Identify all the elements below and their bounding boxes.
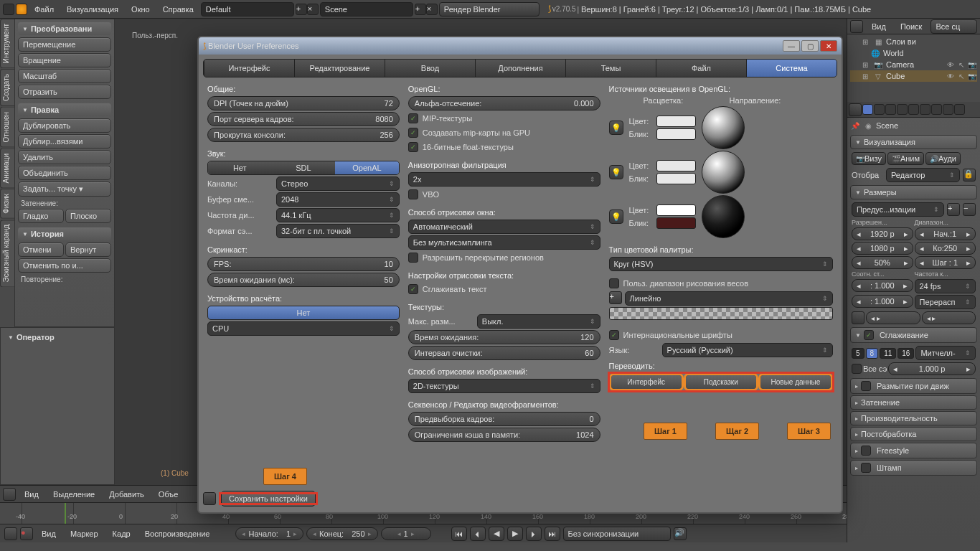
- shading-section[interactable]: Затенение: [850, 395, 977, 410]
- light3-toggle[interactable]: 💡: [609, 209, 623, 224]
- region-overlap-checkbox[interactable]: Разрешить перекрытие регионов: [408, 251, 600, 264]
- add-scene-icon[interactable]: +: [415, 4, 426, 15]
- frame-step-field[interactable]: ◂ Шаг : 1 ▸: [915, 256, 976, 269]
- border-field[interactable]: ◂ ▸: [866, 311, 920, 324]
- ol-row-camera[interactable]: ⊞📷Camera👁↖📷: [850, 59, 977, 70]
- scene-selector[interactable]: Scene: [320, 2, 413, 17]
- frame-start-field[interactable]: ◂ Нач.:1 ▸: [915, 227, 976, 240]
- res-x-field[interactable]: ◂ 1920 р ▸: [852, 227, 913, 240]
- add-layout-icon[interactable]: +: [296, 4, 307, 15]
- light3-color-swatch[interactable]: [656, 204, 696, 216]
- post-section[interactable]: Постобработка: [850, 427, 977, 441]
- translate-interface-button[interactable]: Интерфейс: [611, 375, 682, 390]
- remap-dropdown[interactable]: Перерасп: [915, 295, 976, 309]
- vtab-physics[interactable]: Физик: [0, 189, 14, 219]
- samples-5[interactable]: 5: [852, 348, 864, 359]
- light1-toggle[interactable]: 💡: [609, 121, 623, 135]
- save-settings-button[interactable]: Сохранить настройки: [221, 491, 316, 507]
- frame-end-field[interactable]: ◂ Ко:250 ▸: [915, 242, 976, 255]
- sound-none[interactable]: Нет: [208, 161, 272, 174]
- gpu-mipmap-checkbox[interactable]: ✓Создавать mip-карты на GPU: [408, 126, 600, 139]
- ol-row-renderlayers[interactable]: ⊞▦Слои ви: [850, 36, 977, 47]
- lock-icon[interactable]: 🔒: [963, 169, 976, 182]
- translate-newdata-button[interactable]: Новые данные: [760, 375, 831, 390]
- audio-button[interactable]: 🔊Ауди: [925, 152, 961, 165]
- aspect-x-field[interactable]: ◂ : 1.000 ▸: [852, 279, 913, 292]
- language-dropdown[interactable]: Русский (Русский): [662, 343, 833, 357]
- ol-row-world[interactable]: 🌐World: [850, 47, 977, 59]
- undo-button[interactable]: Отмени: [18, 242, 64, 257]
- menu-file[interactable]: Файл: [29, 3, 60, 16]
- props-editor-icon[interactable]: [849, 103, 862, 116]
- anim-button[interactable]: 🎬Аним: [887, 152, 924, 165]
- vp-menu-object[interactable]: Объе: [153, 488, 184, 501]
- light1-spec-swatch[interactable]: [656, 128, 696, 140]
- del-scene-icon[interactable]: ×: [426, 4, 438, 15]
- history-header[interactable]: История: [18, 227, 111, 240]
- translate-tooltips-button[interactable]: Подсказки: [685, 375, 757, 390]
- samples-16[interactable]: 16: [897, 348, 914, 359]
- audio-icon[interactable]: 🔊: [674, 527, 687, 540]
- mblur-section[interactable]: Размытие при движ: [850, 378, 977, 394]
- light3-direction-sphere[interactable]: [702, 195, 745, 238]
- crop-field[interactable]: ◂ ▸: [922, 311, 976, 324]
- aa-section[interactable]: ✓Сглаживание: [850, 327, 977, 343]
- tex-wait-field[interactable]: Время ожидания:120: [408, 330, 600, 344]
- constraints-tab-icon[interactable]: [920, 104, 930, 115]
- tab-input[interactable]: Ввод: [385, 60, 475, 77]
- pin-icon[interactable]: 📌: [850, 121, 860, 131]
- wait-field[interactable]: Время ожидания (мс):50: [207, 273, 400, 287]
- modal-titlebar[interactable]: ⟆ Blender User Preferences — ▢ ✕: [199, 37, 842, 55]
- fullsample-checkbox[interactable]: [852, 364, 862, 374]
- tab-addons[interactable]: Дополнения: [475, 60, 565, 77]
- tl-menu-view[interactable]: Вид: [36, 527, 62, 540]
- tab-file[interactable]: Файл: [656, 60, 746, 77]
- props-breadcrumb[interactable]: Scene: [876, 121, 898, 130]
- smooth-button[interactable]: Гладко: [18, 209, 64, 223]
- tab-editing[interactable]: Редактирование: [294, 60, 385, 77]
- channels-dropdown[interactable]: Стерео: [276, 176, 400, 191]
- dpi-field[interactable]: DPI (Точек на дюйм)72: [207, 96, 400, 110]
- memcache-field[interactable]: Ограничения кэша в памяти:1024: [408, 428, 600, 442]
- render-icon[interactable]: 📷: [967, 71, 977, 81]
- timeline-cursor[interactable]: [65, 503, 66, 524]
- light3-spec-swatch[interactable]: [656, 217, 696, 229]
- sound-backend-segment[interactable]: Нет SDL OpenAL: [207, 161, 400, 175]
- text-aa-checkbox[interactable]: ✓Сглаживать текст: [408, 283, 600, 296]
- editor-type-icon[interactable]: [3, 4, 14, 15]
- vtab-grease[interactable]: Эскизный каранд: [0, 220, 14, 287]
- del-layout-icon[interactable]: ×: [307, 4, 319, 15]
- menu-window[interactable]: Окно: [126, 3, 156, 16]
- light1-direction-sphere[interactable]: [702, 106, 745, 149]
- move-button[interactable]: Перемещение: [18, 37, 111, 52]
- redo-button[interactable]: Вернут: [65, 242, 111, 257]
- operator-header[interactable]: Оператор: [4, 331, 111, 344]
- vp-menu-view[interactable]: Вид: [19, 488, 44, 501]
- scene-tab-icon[interactable]: [885, 104, 896, 115]
- window-draw-dropdown[interactable]: Автоматический: [408, 220, 600, 234]
- render-section[interactable]: Визуализация: [850, 135, 977, 149]
- world-tab-icon[interactable]: [897, 104, 908, 115]
- menu-help[interactable]: Справка: [157, 3, 199, 16]
- jump-start-icon[interactable]: ⏮: [451, 527, 467, 541]
- flat-button[interactable]: Плоско: [65, 209, 111, 223]
- display-dropdown[interactable]: Редактор: [886, 168, 960, 182]
- ol-row-cube[interactable]: ⊞▽Cube👁↖📷: [850, 70, 977, 82]
- scrollback-field[interactable]: Прокрутка консоли:256: [207, 128, 400, 142]
- vtab-animation[interactable]: Анимаци: [0, 149, 14, 189]
- light2-toggle[interactable]: 💡: [609, 165, 623, 179]
- menu-render[interactable]: Визуализация: [61, 3, 124, 16]
- fps-field[interactable]: FPS:10: [207, 257, 400, 271]
- del-preset-icon[interactable]: −: [963, 203, 976, 216]
- current-frame-field[interactable]: 1: [381, 527, 431, 540]
- border-checkbox[interactable]: [852, 311, 864, 324]
- record-icon[interactable]: ●: [20, 527, 33, 540]
- play-reverse-icon[interactable]: ◀: [489, 527, 504, 541]
- prefetch-field[interactable]: Предвыборка кадров:0: [408, 412, 600, 426]
- delete-button[interactable]: Удалить: [18, 150, 111, 164]
- modifiers-tab-icon[interactable]: [931, 104, 942, 115]
- layers-tab-icon[interactable]: [874, 104, 885, 115]
- sound-openal[interactable]: OpenAL: [335, 161, 399, 174]
- maximize-icon[interactable]: ▢: [801, 40, 819, 52]
- multisample-dropdown[interactable]: Без мультисэмплинга: [408, 235, 600, 250]
